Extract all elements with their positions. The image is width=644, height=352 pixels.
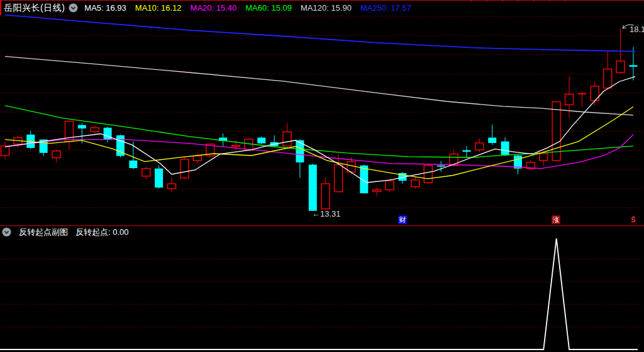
indicator-header: 反转起点副图 反转起点: 0.00: [0, 227, 644, 237]
candle: [373, 190, 381, 191]
ma120-line: [5, 57, 633, 115]
chart-canvas[interactable]: ←13.3118.1财涨Ŝ: [0, 0, 644, 352]
candle: [462, 150, 470, 152]
candle: [283, 132, 291, 145]
reversal-indicator-chart[interactable]: [0, 239, 644, 349]
candle: [91, 128, 99, 132]
svg-text:财: 财: [399, 216, 406, 224]
candle: [142, 169, 150, 176]
news-marker[interactable]: 财: [398, 215, 407, 224]
candle: [424, 166, 432, 183]
indicator-value: 反转起点: 0.00: [75, 227, 129, 238]
candle: [411, 180, 419, 187]
candlestick-series[interactable]: [1, 28, 638, 211]
candle: [616, 61, 625, 72]
ma250-line: [5, 15, 635, 52]
candle: [1, 146, 9, 156]
candle: [168, 184, 176, 189]
candle: [52, 151, 60, 158]
chevron-down-icon[interactable]: [2, 227, 11, 237]
candle: [129, 161, 137, 168]
candle: [78, 125, 86, 128]
high-label: 18.1: [630, 25, 644, 34]
candle: [604, 69, 612, 88]
candle: [437, 166, 445, 167]
candle: [257, 138, 265, 144]
indicator-title: 反转起点副图: [19, 227, 68, 238]
event-markers[interactable]: 财涨Ŝ: [398, 215, 636, 224]
candle: [321, 184, 330, 209]
candle: [180, 159, 189, 178]
top-frame-ticks: [471, 1, 565, 3]
candle: [540, 154, 548, 161]
limit-up-marker[interactable]: 涨: [552, 215, 560, 224]
indicator-line: [0, 239, 638, 349]
ma5-line: [5, 77, 635, 183]
candle: [591, 86, 599, 101]
candle: [193, 156, 201, 161]
candle: [488, 138, 496, 143]
svg-text:Ŝ: Ŝ: [631, 216, 635, 224]
candle: [155, 169, 163, 188]
low-label: ←13.31: [312, 209, 341, 219]
svg-text:涨: 涨: [553, 216, 560, 224]
candle: [335, 165, 343, 192]
ma10-line: [5, 107, 633, 179]
candle: [629, 65, 637, 67]
candle: [231, 145, 240, 147]
candle: [450, 154, 458, 166]
candle: [104, 128, 112, 140]
main-candlestick-chart[interactable]: ←13.3118.1财涨Ŝ: [0, 15, 644, 224]
candle: [475, 143, 484, 150]
stock-app-window: 岳阳兴长(日线) MA5: 16.93 MA10: 16.12 MA20: 15…: [0, 0, 644, 352]
candle: [309, 165, 317, 211]
signal-marker[interactable]: Ŝ: [631, 216, 635, 224]
candle: [501, 142, 509, 155]
candle: [386, 181, 394, 190]
candle: [565, 94, 574, 105]
